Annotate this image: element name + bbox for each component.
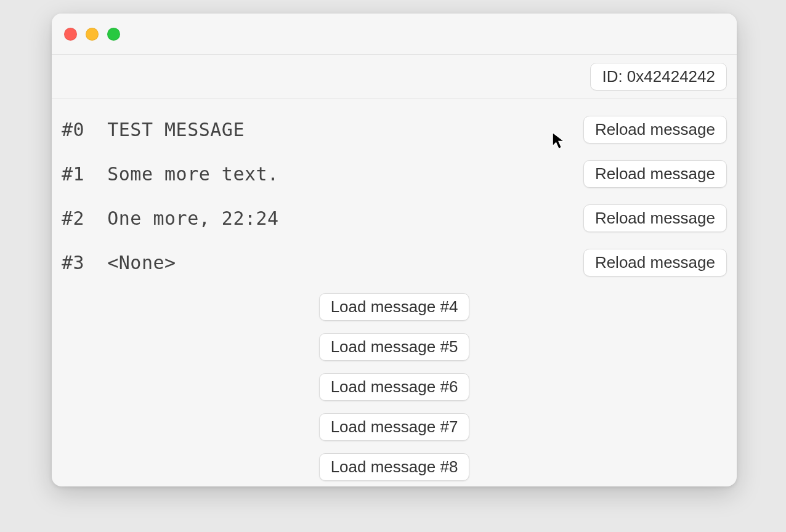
id-label: ID: 0x42424242	[590, 63, 727, 91]
reload-message-button[interactable]: Reload message	[583, 249, 727, 276]
message-text: #0 TEST MESSAGE	[62, 119, 245, 140]
message-text: #1 Some more text.	[62, 163, 279, 185]
reload-message-button[interactable]: Reload message	[583, 160, 727, 188]
message-row: #0 TEST MESSAGE Reload message	[62, 107, 727, 151]
load-buttons: Load message #4 Load message #5 Load mes…	[62, 293, 727, 481]
message-text: #3 <None>	[62, 252, 176, 273]
message-row: #3 <None> Reload message	[62, 240, 727, 284]
reload-message-button[interactable]: Reload message	[583, 116, 727, 143]
zoom-icon[interactable]	[107, 28, 120, 41]
message-row: #1 Some more text. Reload message	[62, 151, 727, 196]
minimize-icon[interactable]	[86, 28, 99, 41]
load-message-button[interactable]: Load message #5	[319, 333, 470, 361]
message-text: #2 One more, 22:24	[62, 208, 279, 229]
reload-message-button[interactable]: Reload message	[583, 204, 727, 232]
app-window: ID: 0x42424242 #0 TEST MESSAGE Reload me…	[52, 14, 737, 486]
close-icon[interactable]	[64, 28, 77, 41]
window-controls	[64, 28, 120, 41]
message-row: #2 One more, 22:24 Reload message	[62, 196, 727, 240]
load-message-button[interactable]: Load message #7	[319, 413, 470, 441]
titlebar	[52, 14, 737, 55]
toolbar: ID: 0x42424242	[52, 55, 737, 99]
content-area: #0 TEST MESSAGE Reload message #1 Some m…	[52, 99, 737, 486]
load-message-button[interactable]: Load message #4	[319, 293, 470, 321]
load-message-button[interactable]: Load message #6	[319, 373, 470, 401]
load-message-button[interactable]: Load message #8	[319, 453, 470, 481]
